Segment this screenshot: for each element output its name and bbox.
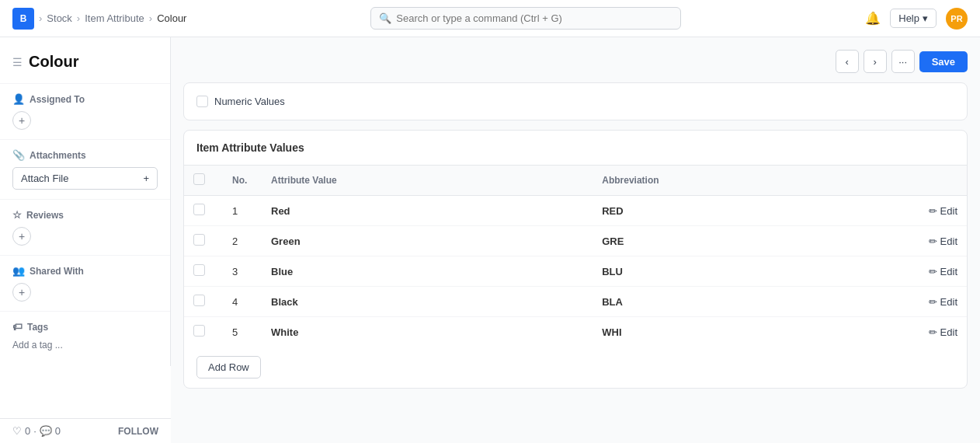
- page-layout: ☰ Colour 👤 Assigned To + 📎 Attachments: [0, 37, 980, 443]
- edit-button[interactable]: ✏ Edit: [929, 296, 957, 308]
- paperclip-icon: 📎: [12, 149, 25, 161]
- app-icon[interactable]: B: [12, 8, 34, 30]
- row-attribute-value: Blue: [262, 256, 593, 287]
- edit-label: Edit: [940, 235, 957, 247]
- edit-button[interactable]: ✏ Edit: [929, 235, 957, 247]
- row-checkbox-cell: [184, 226, 223, 256]
- row-checkbox-cell: [184, 256, 223, 287]
- breadcrumb-sep-1: ›: [39, 12, 42, 24]
- avatar[interactable]: PR: [946, 8, 968, 30]
- sidebar-wrapper: ☰ Colour 👤 Assigned To + 📎 Attachments: [0, 37, 171, 443]
- row-abbreviation: WHI: [593, 317, 889, 347]
- numeric-values-card: Numeric Values: [183, 82, 968, 120]
- more-options-button[interactable]: ···: [891, 50, 915, 73]
- row-abbreviation: BLU: [593, 256, 889, 287]
- assigned-to-section: 👤 Assigned To +: [0, 87, 170, 136]
- chevron-down-icon: ▾: [923, 12, 928, 24]
- row-action-cell: ✏ Edit: [889, 226, 967, 256]
- row-attribute-value: White: [262, 317, 593, 347]
- divider-5: [0, 311, 170, 312]
- add-row-area: Add Row: [184, 347, 967, 388]
- pencil-icon: ✏: [929, 235, 937, 247]
- topnav: B › Stock › Item Attribute › Colour 🔍 🔔 …: [0, 0, 980, 37]
- row-action-cell: ✏ Edit: [889, 287, 967, 317]
- breadcrumb-stock[interactable]: Stock: [47, 12, 72, 24]
- menu-icon[interactable]: ☰: [12, 56, 23, 68]
- help-label: Help: [898, 12, 919, 24]
- shared-with-header: 👥 Shared With: [12, 265, 158, 277]
- row-checkbox[interactable]: [193, 204, 205, 215]
- select-all-checkbox[interactable]: [193, 173, 205, 185]
- tags-header: 🏷 Tags: [12, 321, 158, 333]
- add-tag-link[interactable]: Add a tag ...: [12, 340, 63, 351]
- breadcrumb-sep-3: ›: [149, 12, 152, 24]
- tags-label: Tags: [27, 322, 48, 333]
- prev-button[interactable]: ‹: [836, 50, 859, 73]
- topnav-actions: 🔔 Help ▾ PR: [865, 8, 968, 30]
- add-assigned-to-button[interactable]: +: [12, 111, 31, 130]
- col-action-header: [889, 166, 967, 196]
- divider-2: [0, 139, 170, 140]
- star-icon: ☆: [12, 209, 22, 221]
- pencil-icon: ✏: [929, 326, 937, 338]
- row-abbreviation: GRE: [593, 226, 889, 256]
- table-row: 1 Red RED ✏ Edit: [184, 196, 967, 226]
- pencil-icon: ✏: [929, 205, 937, 217]
- comment-icon[interactable]: 💬: [40, 425, 52, 437]
- row-no: 3: [223, 256, 262, 287]
- row-no: 5: [223, 317, 262, 347]
- breadcrumb-area: B › Stock › Item Attribute › Colour: [12, 8, 186, 30]
- row-checkbox[interactable]: [193, 325, 205, 337]
- add-shared-with-button[interactable]: +: [12, 283, 31, 302]
- save-button[interactable]: Save: [919, 51, 968, 72]
- edit-button[interactable]: ✏ Edit: [929, 205, 957, 217]
- row-checkbox[interactable]: [193, 264, 205, 276]
- row-no: 4: [223, 287, 262, 317]
- notification-button[interactable]: 🔔: [865, 11, 881, 26]
- heart-icon[interactable]: ♡: [12, 425, 22, 437]
- pencil-icon: ✏: [929, 296, 937, 308]
- shared-with-label: Shared With: [30, 266, 84, 277]
- row-action-cell: ✏ Edit: [889, 196, 967, 226]
- next-button[interactable]: ›: [864, 50, 887, 73]
- edit-label: Edit: [940, 296, 957, 308]
- comments-count: 0: [55, 425, 61, 437]
- assigned-to-icon: 👤: [12, 93, 25, 105]
- reviews-label: Reviews: [26, 210, 64, 221]
- numeric-values-checkbox[interactable]: [196, 96, 208, 107]
- attachments-section: 📎 Attachments Attach File +: [0, 143, 170, 196]
- edit-button[interactable]: ✏ Edit: [929, 266, 957, 277]
- divider-4: [0, 255, 170, 256]
- row-abbreviation: BLA: [593, 287, 889, 317]
- table-body: 1 Red RED ✏ Edit 2 Green GRE ✏ Edit 3 Bl…: [184, 196, 967, 347]
- table-thead: No. Attribute Value Abbreviation: [184, 166, 967, 196]
- edit-label: Edit: [940, 266, 957, 277]
- follow-button[interactable]: FOLLOW: [118, 426, 158, 437]
- search-box[interactable]: 🔍: [370, 7, 681, 30]
- edit-label: Edit: [940, 326, 957, 338]
- shared-with-section: 👥 Shared With +: [0, 259, 170, 308]
- row-checkbox[interactable]: [193, 234, 205, 246]
- sidebar-bottom: ♡ 0 · 💬 0 FOLLOW: [0, 418, 171, 443]
- breadcrumb-item-attribute[interactable]: Item Attribute: [85, 12, 144, 24]
- row-action-cell: ✏ Edit: [889, 256, 967, 287]
- reviews-header: ☆ Reviews: [12, 209, 158, 221]
- dot-separator-1: ·: [33, 425, 36, 437]
- shared-with-icon: 👥: [12, 265, 25, 277]
- attach-file-button[interactable]: Attach File +: [12, 167, 158, 190]
- attachments-label: Attachments: [30, 150, 86, 161]
- tag-icon: 🏷: [12, 321, 23, 333]
- help-button[interactable]: Help ▾: [890, 9, 937, 28]
- table-header: Item Attribute Values: [184, 131, 967, 166]
- row-checkbox[interactable]: [193, 295, 205, 306]
- attach-plus-icon: +: [143, 173, 149, 184]
- page-title: Colour: [29, 53, 78, 71]
- main-content: ‹ › ··· Save Numeric Values Item Attribu…: [171, 37, 980, 443]
- page-header: ☰ Colour: [0, 47, 170, 80]
- add-row-button[interactable]: Add Row: [196, 356, 261, 378]
- search-input[interactable]: [396, 12, 672, 24]
- row-checkbox-cell: [184, 196, 223, 226]
- row-checkbox-cell: [184, 287, 223, 317]
- edit-button[interactable]: ✏ Edit: [929, 326, 957, 338]
- add-review-button[interactable]: +: [12, 227, 31, 246]
